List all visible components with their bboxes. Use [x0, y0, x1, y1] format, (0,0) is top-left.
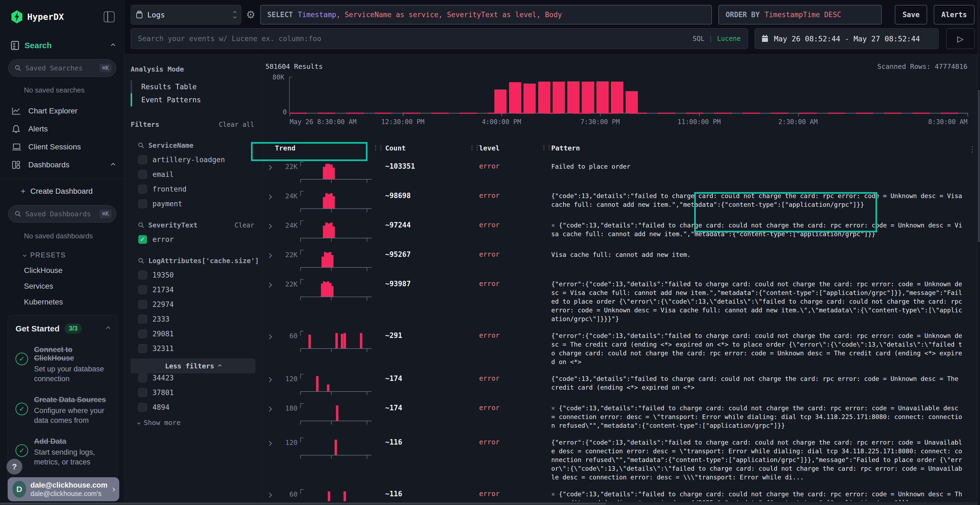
collapse-x-icon[interactable]: × — [551, 491, 555, 498]
pattern-row[interactable]: 22K~103351errorFailed to place order — [263, 158, 980, 183]
column-header-pattern[interactable]: Pattern — [551, 144, 580, 152]
alerts-button[interactable]: Alerts — [934, 5, 975, 24]
pattern-cell[interactable]: {"code":13,"details":"failed to charge c… — [540, 371, 980, 392]
mode-event-patterns[interactable]: Event Patterns — [130, 93, 262, 106]
column-drag-handle[interactable]: ⋮⋮ — [373, 144, 383, 151]
presets-section-toggle[interactable]: PRESETS — [0, 240, 124, 259]
saved-searches-input[interactable]: Saved Searches ⌘K — [8, 59, 116, 77]
pattern-cell[interactable]: ×{"code":13,"details":"failed to charge … — [540, 400, 980, 430]
collapse-x-icon[interactable]: × — [551, 222, 555, 229]
checkbox-unchecked[interactable] — [138, 329, 147, 338]
chevron-up-icon[interactable] — [106, 327, 111, 331]
filter-option[interactable]: 4894 — [125, 403, 262, 412]
preset-clickhouse[interactable]: ClickHouse — [0, 259, 124, 275]
pattern-row[interactable]: 24K~97244error×{"code":13,"details":"fai… — [263, 217, 980, 242]
sql-toggle[interactable]: SQL — [692, 35, 704, 43]
less-filters-button[interactable]: Less filters — [130, 359, 255, 373]
row-expander[interactable] — [263, 400, 276, 412]
sidebar-collapse-icon[interactable] — [104, 11, 115, 22]
preset-kubernetes[interactable]: Kubernetes — [0, 291, 124, 306]
checkbox-checked[interactable]: ✓ — [138, 235, 147, 244]
search-icon[interactable] — [138, 142, 145, 149]
checkbox-unchecked[interactable] — [138, 300, 147, 309]
chevron-up-icon[interactable] — [111, 43, 115, 48]
histogram-bar[interactable] — [582, 82, 594, 113]
sidebar-item-alerts[interactable]: Alerts — [0, 120, 124, 138]
filter-option[interactable]: payment — [125, 199, 262, 208]
pattern-cell[interactable]: ×{"code":13,"details":"failed to charge … — [540, 486, 980, 501]
date-range-picker[interactable]: May 26 08:52:44 - May 27 08:52:44 — [755, 28, 939, 49]
run-query-button[interactable]: ▷ — [946, 28, 975, 49]
checkbox-unchecked[interactable] — [138, 388, 147, 397]
filter-option[interactable]: email — [125, 170, 262, 179]
histogram-bar[interactable] — [538, 82, 550, 113]
checkbox-unchecked[interactable] — [138, 344, 147, 353]
column-header-level[interactable]: level — [479, 144, 500, 152]
sidebar-item-chart-explorer[interactable]: Chart Explorer — [0, 102, 124, 120]
row-expander[interactable] — [263, 434, 276, 446]
checkbox-unchecked[interactable] — [138, 170, 147, 179]
histogram-bar[interactable] — [523, 84, 536, 113]
mode-results-table[interactable]: Results Table — [130, 80, 262, 93]
pattern-row[interactable]: 22K~93987error{"error":{"code":13,"detai… — [263, 276, 980, 323]
clear-all-link[interactable]: Clear all — [219, 121, 254, 129]
pattern-cell[interactable]: {"error":{"code":13,"details":"failed to… — [540, 434, 980, 481]
histogram-bar[interactable] — [625, 91, 638, 113]
search-icon[interactable] — [138, 257, 145, 264]
filter-option[interactable]: ✓error — [125, 235, 262, 244]
preset-services[interactable]: Services — [0, 275, 124, 291]
create-dashboard-button[interactable]: + Create Dashboard — [0, 179, 124, 196]
row-expander[interactable] — [263, 486, 276, 498]
order-by-input[interactable]: ORDER BY TimestampTime DESC — [718, 5, 882, 24]
checkbox-unchecked[interactable] — [138, 199, 147, 208]
histogram-bar[interactable] — [611, 82, 623, 113]
filter-option[interactable]: 19350 — [125, 271, 262, 279]
filter-option[interactable]: 2333 — [125, 315, 262, 324]
checkbox-unchecked[interactable] — [138, 185, 147, 194]
filter-option[interactable]: 21734 — [125, 286, 262, 294]
sidebar-item-dashboards[interactable]: Dashboards — [0, 156, 124, 174]
pattern-cell[interactable]: Visa cache full: cannot add new item. — [540, 246, 980, 259]
pattern-row[interactable]: 120~174error{"code":13,"details":"failed… — [263, 371, 980, 395]
show-more-link[interactable]: Show more — [125, 412, 262, 427]
filter-option[interactable]: 37801 — [125, 388, 262, 397]
column-header-trend[interactable]: Trend — [275, 144, 295, 152]
filter-option[interactable]: frontend — [125, 185, 262, 194]
histogram-bar[interactable] — [597, 81, 609, 113]
pattern-cell[interactable]: {"error":{"code":13,"details":"failed to… — [540, 276, 980, 323]
gear-icon[interactable]: ⚙ — [246, 9, 255, 21]
checkbox-unchecked[interactable] — [138, 315, 147, 324]
pattern-row[interactable]: 120~116error{"error":{"code":13,"details… — [263, 434, 980, 481]
row-expander[interactable] — [263, 158, 276, 170]
row-expander[interactable] — [263, 188, 276, 200]
pattern-row[interactable]: 60~116error×{"code":13,"details":"failed… — [263, 486, 980, 501]
pattern-row[interactable]: 24K~98698error{"code":13,"details":"fail… — [263, 188, 980, 213]
column-drag-handle[interactable]: ⋮⋮ — [541, 144, 551, 151]
pattern-row[interactable]: 60~291error{"error":{"code":13,"details"… — [263, 327, 980, 366]
checkbox-unchecked[interactable] — [138, 403, 147, 412]
pattern-cell[interactable]: ×{"code":13,"details":"failed to charge … — [540, 217, 980, 238]
filter-option[interactable]: 22974 — [125, 300, 262, 309]
get-started-item[interactable]: ✓ Create Data Sources Configure where yo… — [16, 395, 110, 425]
get-started-item[interactable]: ✓ Connect to ClickHouse Set up your data… — [16, 346, 110, 384]
histogram-bar[interactable] — [553, 82, 565, 113]
pattern-row[interactable]: 22K~95267errorVisa cache full: cannot ad… — [263, 246, 980, 272]
user-menu[interactable]: D dale@clickhouse.com dale@clickhouse.co… — [8, 477, 119, 501]
table-options-kebab-icon[interactable]: ⋮ — [969, 145, 976, 154]
saved-dashboards-input[interactable]: Saved Dashboards ⌘K — [8, 205, 116, 222]
help-button[interactable]: ? — [6, 459, 22, 475]
search-input[interactable]: Search your events w/ Lucene ex. column:… — [130, 28, 748, 49]
lucene-toggle[interactable]: Lucene — [717, 35, 741, 43]
pattern-cell[interactable]: Failed to place order — [540, 158, 980, 171]
histogram-bar[interactable] — [509, 82, 521, 113]
sidebar-item-client-sessions[interactable]: Client Sessions — [0, 138, 124, 156]
save-button[interactable]: Save — [895, 5, 927, 24]
results-histogram[interactable]: May 26 8:30:00 AM12:30:00 PM4:00:00 PM7:… — [289, 77, 967, 113]
sidebar-item-search[interactable]: Search — [0, 24, 124, 50]
checkbox-unchecked[interactable] — [138, 286, 147, 294]
pattern-cell[interactable]: {"error":{"code":13,"details":"failed to… — [540, 327, 980, 366]
histogram-bar[interactable] — [494, 89, 507, 113]
filter-option[interactable]: 32311 — [125, 344, 262, 353]
source-select[interactable]: Logs — [130, 5, 241, 24]
get-started-item[interactable]: ✓ Add Data Start sending logs, metrics, … — [16, 437, 110, 467]
